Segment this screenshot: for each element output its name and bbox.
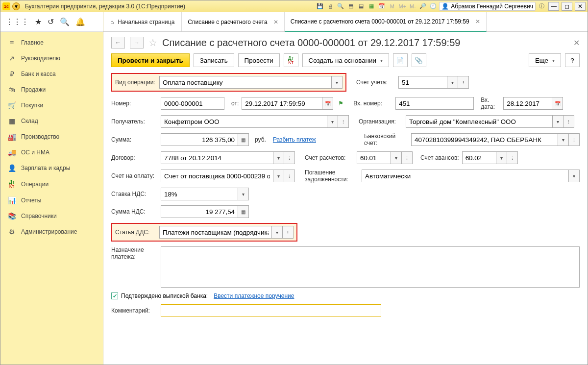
advance-acc-input[interactable] [462,151,496,164]
confirmed-checkbox[interactable]: ✔ Подтверждено выпиской банка: [111,292,208,299]
tab-document-2[interactable]: Списание с расчетного счета 0000-000001 … [285,12,487,32]
invoice-input[interactable] [161,170,273,182]
calculator-icon[interactable]: ▦ [238,133,249,146]
number-input[interactable] [161,97,224,110]
tab-home[interactable]: ⌂ Начальная страница [103,12,182,31]
m-plus-button[interactable]: М+ [398,2,407,11]
attachments-button[interactable]: 📎 [412,53,426,67]
minimize-button[interactable]: — [548,2,559,11]
sidebar-item-salary[interactable]: 👤Зарплата и кадры [0,160,103,176]
m-button[interactable]: М [388,2,396,11]
purpose-textarea[interactable] [161,246,580,288]
vat-rate-select[interactable] [161,188,238,200]
open-icon[interactable]: ⫶ [569,133,580,146]
sidebar-item-os-nma[interactable]: 🚚ОС и НМА [0,145,103,160]
nav-forward-button[interactable]: → [130,37,144,49]
save-button[interactable]: Записать [194,53,234,67]
tab-document-1[interactable]: Списание с расчетного счета ✕ [182,12,284,31]
preview-icon[interactable]: 🔍 [336,2,345,11]
dropdown-icon[interactable]: ▾ [272,226,283,239]
export-icon[interactable]: ⬓ [357,2,366,11]
dropdown-icon[interactable]: ▾ [496,151,507,164]
dropdown-icon[interactable]: ▾ [273,151,284,164]
document-close-button[interactable]: ✕ [573,38,580,48]
create-based-on-button[interactable]: Создать на основании [302,53,389,67]
dropdown-icon[interactable]: ▾ [238,188,249,200]
split-payment-link[interactable]: Разбить платеж [273,136,316,143]
dropdown-icon[interactable]: ▾ [391,151,402,164]
dropdown-icon[interactable]: ▾ [553,115,564,128]
contract-input[interactable] [161,151,273,164]
calendar-icon[interactable]: 📅 [552,97,563,110]
sidebar-item-main[interactable]: ≡Главное [0,35,103,50]
calendar-icon[interactable]: 📅 [322,97,333,110]
post-button[interactable]: Провести [238,53,280,67]
search-icon[interactable]: 🔍 [60,17,70,26]
in-number-input[interactable] [395,97,474,110]
history-nav-icon[interactable]: ↺ [48,17,54,26]
open-icon[interactable]: ⫶ [458,76,469,89]
sidebar-item-stock[interactable]: ▦Склад [0,113,103,129]
help-button[interactable]: ? [565,53,580,67]
main-menu-dropdown[interactable]: ▾ [12,2,20,10]
account-input[interactable] [398,76,447,89]
enter-payment-order-link[interactable]: Ввести платежное поручение [214,292,294,299]
print-icon[interactable]: 🖨 [326,2,335,11]
date-input[interactable] [242,97,322,110]
notifications-icon[interactable]: 🔔 [75,17,85,26]
sidebar-item-sales[interactable]: 🛍Продажи [0,82,103,97]
org-input[interactable] [406,115,553,128]
sidebar-item-manager[interactable]: ↗Руководителю [0,50,103,66]
in-date-input[interactable] [503,97,552,110]
open-icon[interactable]: ⫶ [284,170,295,182]
recipient-input[interactable] [161,115,327,128]
m-minus-button[interactable]: М- [408,2,417,11]
post-and-close-button[interactable]: Провести и закрыть [111,53,190,67]
open-icon[interactable]: ⫶ [284,151,295,164]
nav-back-button[interactable]: ← [111,37,125,49]
sum-input[interactable] [161,133,238,146]
open-icon[interactable]: ⫶ [564,115,574,128]
star-icon[interactable]: ☆ [148,37,157,49]
save-icon[interactable]: 💾 [316,2,324,11]
maximize-button[interactable]: ◻ [562,2,572,11]
history-icon[interactable]: 🕘 [429,2,438,11]
zoom-icon[interactable]: 🔎 [418,2,427,11]
dropdown-icon[interactable]: ▾ [273,170,284,182]
sidebar-item-reports[interactable]: 📊Отчеты [0,193,103,208]
calendar-icon[interactable]: 📅 [377,2,386,11]
dropdown-icon[interactable]: ▾ [558,133,569,146]
close-icon[interactable]: ✕ [273,19,278,25]
bank-acc-input[interactable] [411,133,558,146]
compare-icon[interactable]: ⬒ [346,2,355,11]
calculator-icon[interactable]: ▦ [238,205,249,218]
open-icon[interactable]: ⫶ [402,151,413,164]
apps-icon[interactable]: ⋮⋮⋮ [5,17,29,26]
dropdown-icon[interactable]: ▾ [569,170,580,182]
sidebar-item-references[interactable]: 📚Справочники [0,208,103,224]
settle-acc-input[interactable] [357,151,391,164]
dds-input[interactable] [159,226,272,239]
dtkt-postings-button[interactable]: ДтКт [284,53,298,67]
close-button[interactable]: ✕ [575,2,586,11]
close-icon[interactable]: ✕ [475,18,480,25]
dropdown-icon[interactable]: ▾ [327,115,338,128]
sidebar-item-bank[interactable]: ₽Банк и касса [0,66,103,82]
more-button[interactable]: Еще [529,53,561,67]
open-icon[interactable]: ⫶ [338,115,349,128]
debt-select[interactable] [362,170,569,182]
comment-input[interactable] [161,304,381,317]
open-icon[interactable]: ⫶ [283,226,294,239]
calculator-icon[interactable]: ▦ [367,2,376,11]
user-chip[interactable]: 👤 Абрамов Геннадий Сергеевич [439,2,536,11]
dropdown-icon[interactable]: ▾ [332,76,343,89]
favorites-icon[interactable]: ★ [35,17,42,26]
sidebar-item-production[interactable]: 🏭Производство [0,129,103,145]
sidebar-item-operations[interactable]: ДтКтОперации [0,176,103,193]
sidebar-item-admin[interactable]: ⚙Администрирование [0,224,103,240]
info-icon[interactable]: ⓘ [537,2,546,11]
vat-sum-input[interactable] [161,205,238,218]
op-type-select[interactable] [159,76,332,89]
open-icon[interactable]: ⫶ [507,151,518,164]
dropdown-icon[interactable]: ▾ [447,76,458,89]
